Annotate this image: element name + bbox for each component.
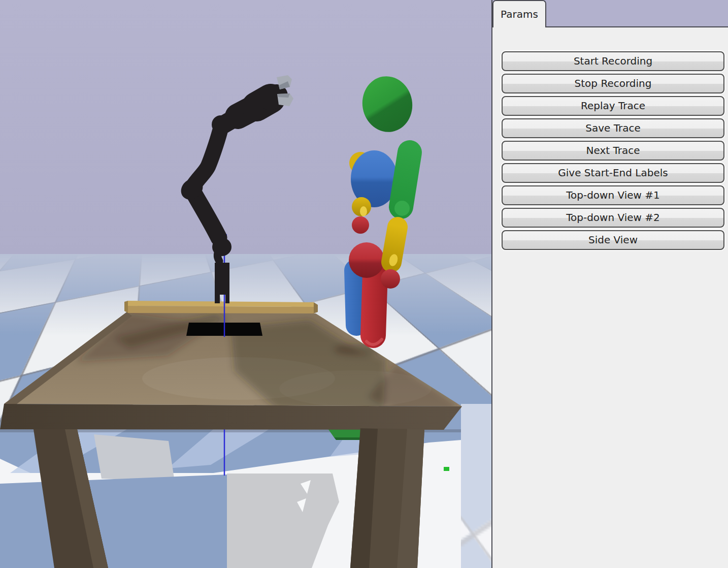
simulation-viewport[interactable] bbox=[0, 0, 491, 568]
red-hip-joint bbox=[352, 216, 369, 234]
head bbox=[358, 72, 417, 136]
scene-overlay bbox=[0, 0, 491, 568]
arm-base bbox=[215, 263, 229, 303]
humanoid-figure bbox=[349, 72, 417, 344]
top-down-view-2-button[interactable]: Top-down View #2 bbox=[502, 208, 724, 228]
params-panel: Params Start Recording Stop Recording Re… bbox=[491, 0, 728, 568]
table-front-face bbox=[0, 404, 462, 430]
replay-trace-button[interactable]: Replay Trace bbox=[502, 96, 724, 116]
give-start-end-labels-button[interactable]: Give Start-End Labels bbox=[502, 163, 724, 183]
save-trace-button[interactable]: Save Trace bbox=[502, 118, 724, 138]
robot-arm bbox=[177, 75, 293, 303]
panel-body: Start Recording Stop Recording Replay Tr… bbox=[492, 27, 728, 568]
tab-params[interactable]: Params bbox=[492, 0, 546, 27]
side-view-button[interactable]: Side View bbox=[502, 230, 724, 250]
top-down-view-1-button[interactable]: Top-down View #1 bbox=[502, 185, 724, 205]
tab-bar: Params bbox=[492, 0, 728, 27]
wooden-rail bbox=[124, 301, 318, 313]
next-trace-button[interactable]: Next Trace bbox=[502, 141, 724, 161]
blue-leg bbox=[355, 270, 356, 325]
red-leg bbox=[373, 273, 375, 335]
table-shadow-left bbox=[94, 434, 175, 482]
app-window: Params Start Recording Stop Recording Re… bbox=[0, 0, 728, 568]
stop-recording-button[interactable]: Stop Recording bbox=[502, 74, 724, 93]
start-recording-button[interactable]: Start Recording bbox=[502, 51, 724, 71]
red-hand bbox=[381, 269, 400, 289]
green-axis-marker bbox=[444, 467, 449, 471]
pelvis bbox=[349, 242, 384, 278]
tab-params-label: Params bbox=[493, 8, 538, 20]
green-upper-arm bbox=[401, 152, 410, 207]
